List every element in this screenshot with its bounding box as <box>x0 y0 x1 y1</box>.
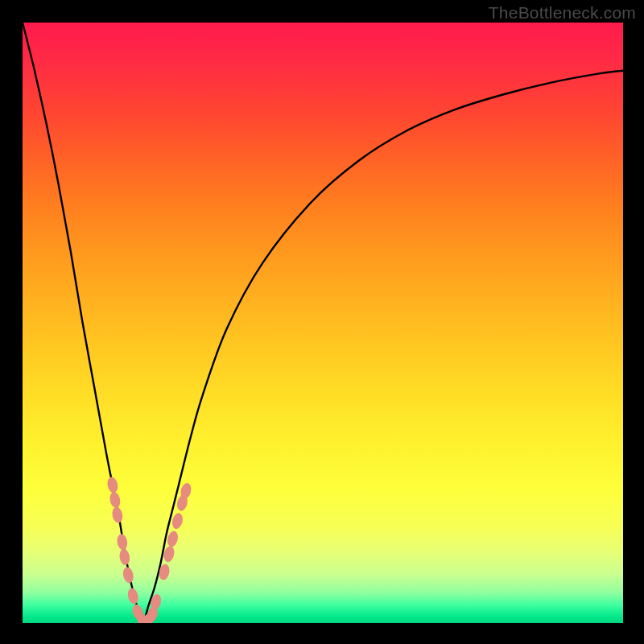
marker <box>109 491 122 509</box>
marker <box>122 566 134 584</box>
marker <box>116 533 129 551</box>
watermark-text: TheBottleneck.com <box>489 3 636 23</box>
marker <box>171 512 184 530</box>
chart-svg <box>23 23 623 623</box>
marker <box>111 506 124 524</box>
bottleneck-curve <box>23 23 623 623</box>
marker <box>106 476 119 493</box>
chart-frame: TheBottleneck.com <box>0 0 644 644</box>
marker <box>166 530 180 547</box>
marker <box>126 587 140 605</box>
plot-area <box>23 23 623 623</box>
marker <box>118 548 131 566</box>
